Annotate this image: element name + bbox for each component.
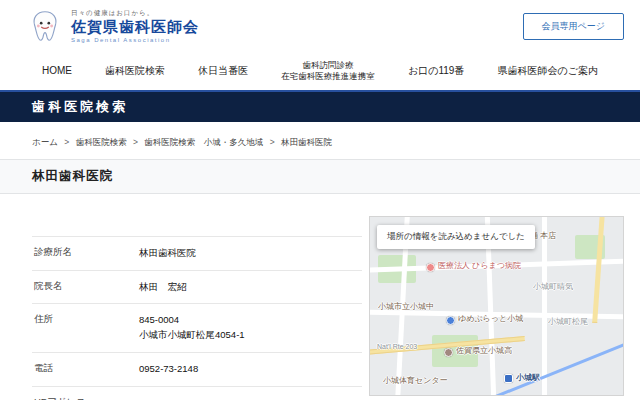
page-title: 林田歯科医院: [32, 168, 608, 185]
breadcrumb-separator: >: [133, 137, 138, 147]
nav-item-visiting-care[interactable]: 歯科訪問診療 在宅歯科医療推進連携室: [281, 60, 375, 83]
breadcrumb-separator: >: [270, 137, 275, 147]
map-error-toast: 場所の情報を読み込めませんでした: [377, 225, 535, 249]
map-label-harue-area: 小城町晴気: [533, 281, 573, 292]
breadcrumb-region[interactable]: 歯科医院検索 小城・多久地域: [144, 137, 263, 147]
map-label-matsuo-area: 小城町松尾: [548, 316, 588, 327]
map-label-ogi-junior-high[interactable]: 小城市立小城中: [378, 301, 434, 312]
map-label-hiramatsu-hospital[interactable]: 医療法人 ひらまつ病院: [438, 260, 521, 271]
row-value: 林田歯科医院: [139, 246, 196, 261]
nav-item-holiday-dentist[interactable]: 休日当番医: [198, 64, 248, 78]
page-banner: 歯科医院検索: [0, 90, 640, 122]
member-page-button[interactable]: 会員専用ページ: [523, 13, 624, 40]
breadcrumb-clinic-search[interactable]: 歯科医院検索: [76, 137, 127, 147]
site-tagline: 日々の健康はお口から。: [71, 9, 199, 18]
community-center-marker-icon[interactable]: [446, 316, 455, 325]
clinic-info-table: 診療所名 林田歯科医院 院長名 林田 宏紹 住所 845-0004 小城市小城町…: [32, 236, 362, 400]
main-nav: HOME 歯科医院検索 休日当番医 歯科訪問診療 在宅歯科医療推進連携室 お口の…: [0, 52, 640, 90]
table-row-website: HPアドレス: [32, 387, 362, 400]
table-row-director: 院長名 林田 宏紹: [32, 271, 362, 305]
map-label-yumepuratto[interactable]: ゆめぷらっと小城: [458, 313, 523, 324]
school-marker-icon[interactable]: [444, 348, 453, 357]
row-label: HPアドレス: [34, 396, 139, 400]
row-label: 診療所名: [34, 246, 139, 261]
map-label-gym-center[interactable]: 小城体育センター: [383, 375, 448, 386]
nav-item-mouth-119[interactable]: お口の119番: [408, 64, 464, 78]
site-subtitle: Saga Dental Association: [71, 37, 199, 43]
row-label: 院長名: [34, 280, 139, 295]
hospital-marker-icon[interactable]: [426, 263, 435, 272]
breadcrumb: ホーム > 歯科医院検索 > 歯科医院検索 小城・多久地域 > 林田歯科医院: [32, 137, 608, 149]
street-address: 小城市小城町松尾4054-1: [139, 328, 245, 343]
row-value: 林田 宏紹: [139, 280, 187, 295]
row-label: 住所: [34, 313, 139, 342]
breadcrumb-current: 林田歯科医院: [281, 137, 332, 147]
row-value: 845-0004 小城市小城町松尾4054-1: [139, 313, 245, 342]
row-value: 0952-73-2148: [139, 362, 198, 377]
map-label-ogi-high-school[interactable]: 佐賀県立小城高: [456, 345, 512, 356]
site-logo[interactable]: 日々の健康はお口から。 佐賀県歯科医師会 Saga Dental Associa…: [26, 7, 199, 45]
nav-item-visiting-care-line2: 在宅歯科医療推進連携室: [281, 71, 375, 81]
site-title: 佐賀県歯科医師会: [71, 18, 199, 37]
nav-item-clinic-search[interactable]: 歯科医院検索: [105, 64, 165, 78]
page-title-strip: 林田歯科医院: [0, 159, 640, 194]
google-map[interactable]: 村岡総本舗 本店 医療法人 ひらまつ病院 小城市立小城中 ゆめぷらっと小城 佐賀…: [369, 216, 624, 396]
breadcrumb-home[interactable]: ホーム: [32, 137, 58, 147]
map-label-ogi-station[interactable]: 小城駅: [516, 372, 540, 383]
banner-title: 歯科医院検索: [32, 98, 128, 116]
map-road: [542, 216, 547, 396]
nav-item-home[interactable]: HOME: [42, 64, 72, 78]
nav-item-association-guide[interactable]: 県歯科医師会のご案内: [497, 64, 597, 78]
site-header: 日々の健康はお口から。 佐賀県歯科医師会 Saga Dental Associa…: [0, 0, 640, 52]
table-row-address: 住所 845-0004 小城市小城町松尾4054-1: [32, 304, 362, 352]
row-label: 電話: [34, 362, 139, 377]
train-station-icon[interactable]: [504, 374, 513, 383]
tooth-mascot-icon: [26, 7, 64, 45]
nav-item-visiting-care-line1: 歯科訪問診療: [303, 60, 354, 70]
breadcrumb-separator: >: [64, 137, 69, 147]
main-content: 診療所名 林田歯科医院 院長名 林田 宏紹 住所 845-0004 小城市小城町…: [0, 194, 640, 400]
postal-code: 845-0004: [139, 313, 245, 328]
table-row-clinic-name: 診療所名 林田歯科医院: [32, 236, 362, 271]
table-row-phone: 電話 0952-73-2148: [32, 353, 362, 387]
map-highway: [592, 216, 605, 323]
map-label-route-203: Nat'l Rte 203: [377, 343, 417, 350]
